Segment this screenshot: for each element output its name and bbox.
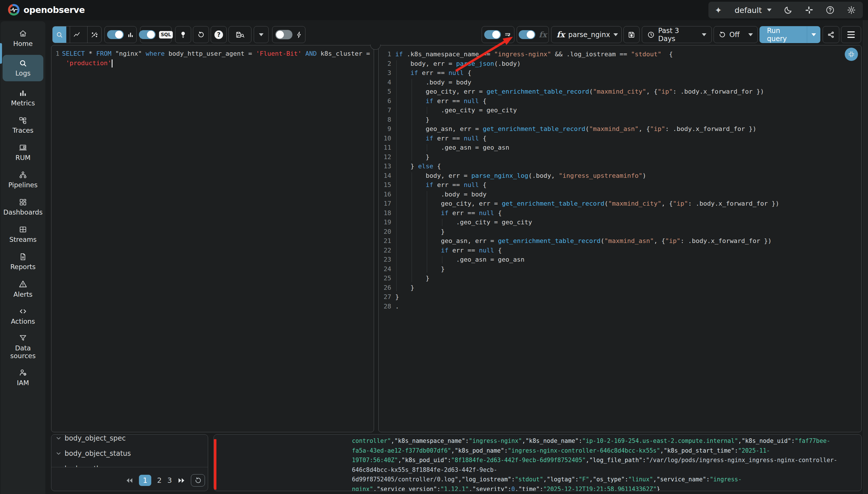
field-name: body_path	[64, 465, 101, 467]
sidebar-item-label: Alerts	[14, 291, 33, 298]
function-select[interactable]: fx parse_nginx	[551, 26, 622, 43]
sidebar-item-streams[interactable]: Streams	[3, 221, 43, 248]
reset-icon	[197, 31, 205, 38]
sql-query-editor[interactable]: 1SELECT * FROM "nginx" where body_http_u…	[51, 45, 374, 432]
wrap-lines-toggle[interactable]	[484, 30, 501, 39]
suggestions-button[interactable]	[175, 26, 191, 43]
code-line: 27}	[379, 292, 862, 302]
vrl-toggle[interactable]	[519, 30, 535, 39]
line-number: 21	[379, 236, 391, 246]
sidebar-item-home[interactable]: Home	[3, 25, 43, 52]
share-icon	[827, 31, 835, 38]
scatter-mode-button[interactable]	[87, 26, 101, 43]
vrl-function-editor[interactable]: 1if .k8s_namespace_name == "ingress-ngin…	[378, 45, 862, 432]
sidebar-item-alerts[interactable]: Alerts	[3, 275, 43, 302]
fields-divider	[52, 467, 208, 467]
histogram-toggle-button[interactable]	[104, 26, 137, 43]
time-range-value: Past 3 Days	[658, 27, 698, 43]
field-name: body_object_status	[64, 450, 131, 457]
sidebar-item-reports[interactable]: Reports	[3, 248, 43, 275]
sidebar-item-iam[interactable]: IAM	[3, 364, 43, 391]
line-number: 5	[379, 87, 391, 96]
page-button-1[interactable]: 1	[139, 475, 151, 486]
run-query-button[interactable]: Run query	[760, 27, 807, 43]
share-button[interactable]	[823, 26, 839, 43]
dark-mode-moon-icon[interactable]	[784, 5, 793, 15]
auto-refresh-select[interactable]: Off	[714, 26, 758, 43]
indent-guide	[412, 79, 412, 161]
wrap-lines-toggle-button[interactable]	[482, 26, 514, 43]
openobserve-app: openobserve ✦ default	[0, 0, 868, 494]
log-results-panel[interactable]: controller","k8s_namespace_name":"ingres…	[214, 434, 862, 491]
indent-guide	[396, 60, 397, 291]
sidebar-item-rum[interactable]: RUM	[3, 139, 43, 166]
refresh-fields-button[interactable]	[191, 474, 205, 487]
code-line: 15 if err == null {	[379, 180, 862, 190]
field-row[interactable]: body_object_spec	[52, 435, 208, 446]
first-page-icon[interactable]	[126, 477, 133, 484]
sidebar-item-data-sources[interactable]: Data sources	[3, 330, 43, 364]
fields-list: body_object_specbody_object_statusbody_p…	[52, 435, 208, 467]
run-query-caret-button[interactable]	[807, 26, 820, 43]
chart-mode-button[interactable]	[70, 26, 84, 43]
sidebar-item-label: Reports	[10, 263, 36, 270]
openobserve-logo[interactable]: openobserve	[8, 4, 85, 16]
results-menu-button[interactable]	[841, 26, 861, 43]
sidebar-item-label: Home	[13, 40, 33, 48]
search-mode-button[interactable]	[53, 26, 66, 43]
line-number: 12	[379, 152, 391, 162]
code-line: 'production'	[52, 58, 374, 68]
chevron-down-icon	[56, 436, 61, 441]
sql-mode-toggle-button[interactable]: SQL	[140, 26, 172, 43]
next-page-icon[interactable]	[178, 477, 185, 484]
field-row[interactable]: body_object_status	[52, 446, 208, 461]
sidebar-item-actions[interactable]: Actions	[3, 302, 43, 330]
sql-code-area[interactable]: 1SELECT * FROM "nginx" where body_http_u…	[52, 45, 374, 432]
line-number: 3	[379, 68, 391, 78]
json-line: 6d99f8752405/controller/0.log","log_iost…	[352, 475, 862, 484]
code-line: 19 .geo_city = geo_city	[379, 218, 862, 227]
sidebar-item-metrics[interactable]: Metrics	[3, 84, 43, 111]
code-line: 18 if err == null {	[379, 209, 862, 218]
code-line: 20 }	[379, 227, 862, 237]
save-function-button[interactable]	[624, 26, 639, 43]
time-range-select[interactable]: Past 3 Days	[642, 26, 712, 43]
reset-filters-button[interactable]	[193, 26, 209, 43]
page-button-3[interactable]: 3	[167, 476, 172, 484]
sidebar-item-label: RUM	[16, 154, 31, 162]
line-number: 6	[379, 96, 391, 106]
wrap-lines-icon	[504, 31, 512, 38]
query-help-button[interactable]: ?	[211, 26, 227, 43]
code-line: 6 if err == null {	[379, 96, 862, 106]
sidebar-item-logs[interactable]: Logs	[3, 55, 43, 81]
org-selector[interactable]: default	[734, 6, 762, 15]
org-caret-icon[interactable]	[767, 8, 772, 12]
saved-search-caret-button[interactable]	[254, 26, 269, 43]
ai-sparkle-icon[interactable]: ✦	[715, 5, 722, 15]
page-scrollbar[interactable]	[863, 20, 868, 494]
saved-search-button[interactable]	[229, 26, 252, 43]
field-row[interactable]: body_path	[52, 461, 208, 467]
instant-mode-toggle[interactable]	[275, 30, 293, 39]
line-number: 7	[379, 106, 391, 115]
sql-mode-toggle[interactable]	[139, 30, 156, 39]
histogram-toggle[interactable]	[107, 30, 124, 39]
page-button-2[interactable]: 2	[157, 476, 162, 484]
line-number: 8	[379, 115, 391, 125]
log-source-json[interactable]: controller","k8s_namespace_name":"ingres…	[352, 436, 862, 491]
vrl-function-toggle-button[interactable]: fx	[517, 26, 549, 43]
sidebar-item-traces[interactable]: Traces	[3, 111, 43, 139]
line-number: 28	[379, 302, 391, 311]
gear-icon[interactable]	[847, 5, 856, 15]
vrl-code-area[interactable]: 1if .k8s_namespace_name == "ingress-ngin…	[379, 45, 862, 432]
collapse-editor-button[interactable]	[845, 48, 858, 61]
top-header-bar: openobserve ✦ default	[0, 0, 868, 20]
line-number: 26	[379, 283, 391, 293]
slack-icon[interactable]	[805, 6, 813, 14]
chevron-down-icon	[702, 33, 706, 36]
sidebar-item-dashboards[interactable]: Dashboards	[3, 193, 43, 221]
line-number: 22	[379, 246, 391, 255]
instant-mode-toggle-button[interactable]	[272, 26, 305, 43]
sidebar-item-pipelines[interactable]: Pipelines	[3, 166, 43, 193]
help-icon[interactable]	[826, 5, 835, 15]
